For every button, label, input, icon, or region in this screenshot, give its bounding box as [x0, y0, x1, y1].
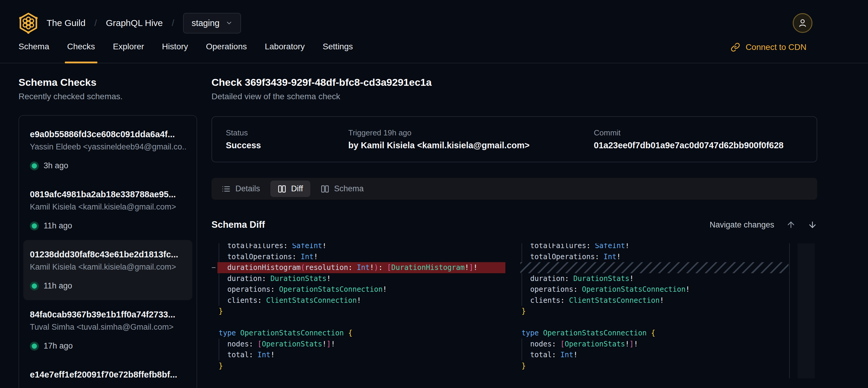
check-item-meta: 3h ago	[30, 161, 186, 170]
connect-to-cdn-label: Connect to CDN	[746, 42, 806, 52]
nav-tab-history[interactable]: History	[162, 42, 188, 63]
check-item-time: 11h ago	[43, 281, 72, 291]
check-item-author: Kamil Kisiela <kamil.kisiela@gmail.com>	[30, 263, 186, 272]
line-gutter	[212, 295, 217, 306]
diff-line: }	[212, 360, 505, 371]
user-avatar-button[interactable]	[793, 13, 812, 33]
diff-scrollbar[interactable]	[798, 243, 815, 379]
detail-tab-diff[interactable]: Diff	[270, 181, 310, 197]
line-gutter	[514, 328, 520, 339]
navigate-changes: Navigate changes	[710, 220, 817, 230]
diff-line: totalOperations: Int!	[514, 251, 788, 263]
diff-line: }	[514, 306, 788, 317]
diff-line: duration: DurationStats!	[212, 273, 505, 284]
check-item-author: Yassin Eldeeb <yassineldeeb94@gmail.co..…	[30, 142, 186, 152]
removed-line-marker: −	[212, 262, 217, 273]
diff-line: type OperationStatsConnection {	[212, 328, 505, 339]
check-item-time: 3h ago	[43, 161, 68, 170]
diff-pane-after: totalFailures: SafeInt! totalOperations:…	[514, 243, 817, 379]
check-item-id: 0819afc4981ba2ab18e338788ae95...	[30, 189, 186, 199]
diff-line: totalFailures: SafeInt!	[212, 243, 505, 251]
diff-line: clients: ClientStatsConnection!	[212, 295, 505, 306]
detail-tab-schema[interactable]: Schema	[313, 181, 371, 197]
sidebar-title: Schema Checks	[19, 77, 197, 88]
line-gutter	[514, 339, 520, 350]
schema-diff-title: Schema Diff	[212, 219, 265, 230]
previous-change-button[interactable]	[786, 220, 796, 230]
check-detail-panel: Check 369f3439-929f-48df-bfc8-cd3a9291ec…	[212, 77, 817, 368]
connect-to-cdn-button[interactable]: Connect to CDN	[731, 42, 806, 63]
check-item-author: Kamil Kisiela <kamil.kisiela@gmail.com>	[30, 202, 186, 212]
detail-view-tabbar: DetailsDiffSchema	[212, 178, 817, 200]
check-item-author: Tuval Simha <tuval.simha@Gmail.com>	[30, 323, 186, 332]
nav-tab-explorer[interactable]: Explorer	[113, 42, 144, 63]
diff-line: operations: OperationStatsConnection!	[514, 284, 788, 295]
check-item-meta: 11h ago	[30, 221, 186, 231]
detail-tab-label: Details	[236, 184, 260, 193]
schema-diff-header: Schema Diff Navigate changes	[212, 219, 817, 230]
diff-line: nodes: [OperationStats!]!	[514, 339, 788, 350]
target-selector-button[interactable]: staging	[183, 13, 241, 33]
page-title: Check 369f3439-929f-48df-bfc8-cd3a9291ec…	[212, 77, 817, 88]
commit-value: 01a23ee0f7db01a9e7ac0d0747d62bb900f0f628	[594, 141, 803, 150]
line-gutter	[212, 360, 217, 371]
diff-line: total: Int!	[212, 350, 505, 360]
user-icon	[798, 18, 808, 28]
triggered-column: Triggered 19h ago by Kamil Kisiela <kami…	[348, 128, 594, 150]
breadcrumb-project[interactable]: GraphQL Hive	[106, 18, 163, 28]
line-gutter	[514, 306, 520, 317]
page-subtitle: Detailed view of the schema check	[212, 92, 817, 101]
check-item-id: e9a0b55886fd3ce608c091dda6a4f...	[30, 129, 186, 139]
breadcrumb-org[interactable]: The Guild	[46, 18, 86, 28]
schema-check-item[interactable]: 01238ddd30faf8c43e61be2d1813fc...Kamil K…	[23, 240, 192, 300]
line-gutter	[212, 243, 217, 251]
breadcrumb-separator: /	[94, 18, 97, 28]
line-gutter	[212, 284, 217, 295]
line-gutter	[212, 317, 217, 328]
nav-tab-laboratory[interactable]: Laboratory	[265, 42, 305, 63]
line-gutter	[212, 251, 217, 263]
diff-line	[212, 317, 505, 328]
navigate-changes-label: Navigate changes	[710, 220, 774, 230]
check-item-meta: 17h ago	[30, 341, 186, 351]
diff-line: type OperationStatsConnection {	[514, 328, 788, 339]
schema-check-item[interactable]: 0819afc4981ba2ab18e338788ae95...Kamil Ki…	[23, 180, 192, 240]
status-dot-green	[30, 342, 39, 351]
columns-icon	[278, 184, 286, 193]
status-value: Success	[226, 141, 348, 150]
schema-check-list: e9a0b55886fd3ce608c091dda6a4f...Yassin E…	[19, 115, 197, 388]
check-item-meta: 11h ago	[30, 281, 186, 291]
status-column: Status Success	[226, 128, 348, 150]
line-gutter	[514, 350, 520, 360]
diff-line: − durationHistogram(resolution: Int!): […	[212, 262, 505, 273]
diff-line: operations: OperationStatsConnection!	[212, 284, 505, 295]
schema-check-item[interactable]: e14e7eff1ef20091f70e72b8ffefb8bf...	[23, 360, 192, 388]
schema-check-item[interactable]: e9a0b55886fd3ce608c091dda6a4f...Yassin E…	[23, 120, 192, 180]
diff-line: }	[514, 360, 788, 371]
diff-line	[514, 317, 788, 328]
nav-tab-checks[interactable]: Checks	[67, 42, 95, 63]
status-dot-green	[30, 161, 39, 170]
next-change-button[interactable]	[808, 220, 817, 230]
triggered-label: Triggered 19h ago	[348, 128, 594, 138]
diff-line: duration: DurationStats!	[514, 273, 788, 284]
diff-line: totalFailures: SafeInt!	[514, 243, 788, 251]
check-item-id: 01238ddd30faf8c43e61be2d1813fc...	[30, 249, 186, 260]
check-item-time: 11h ago	[43, 221, 72, 231]
chevron-down-icon	[225, 20, 233, 27]
line-gutter	[514, 262, 520, 273]
breadcrumb-separator: /	[172, 18, 174, 28]
target-selector-label: staging	[191, 18, 220, 28]
nav-tab-settings[interactable]: Settings	[322, 42, 353, 63]
line-gutter	[514, 273, 520, 284]
triggered-value: by Kamil Kisiela <kamil.kisiela@gmail.co…	[348, 141, 594, 150]
detail-tab-label: Diff	[291, 184, 303, 193]
schema-check-item[interactable]: 84fa0cab9367b39e1b1ff0a74f2733...Tuval S…	[23, 300, 192, 360]
detail-tab-details[interactable]: Details	[214, 181, 267, 197]
arrow-up-icon	[786, 220, 796, 230]
status-dot-green	[30, 221, 39, 231]
hive-logo-icon[interactable]	[19, 12, 38, 34]
status-dot-green	[30, 281, 39, 291]
nav-tab-schema[interactable]: Schema	[19, 42, 49, 63]
nav-tab-operations[interactable]: Operations	[206, 42, 247, 63]
